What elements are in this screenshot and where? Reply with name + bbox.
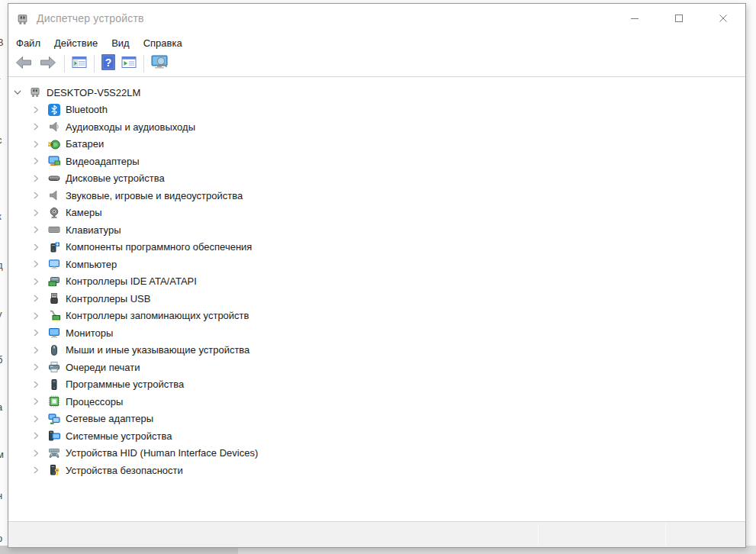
tree-item[interactable]: Аудиовходы и аудиовыходы [8,118,745,136]
tree-item[interactable]: Устройства HID (Human Interface Devices) [8,445,745,462]
chevron-right-icon[interactable] [31,277,40,286]
chevron-right-icon[interactable] [31,174,40,183]
chevron-right-icon[interactable] [31,362,40,372]
minimize-button[interactable] [613,4,657,34]
chevron-right-icon[interactable] [31,208,40,217]
minimize-icon [630,12,639,26]
print-queue-icon [48,361,60,373]
tree-item[interactable]: Контроллеры USB [8,290,745,308]
security-icon [48,464,60,476]
disk-drive-icon [48,172,60,185]
background-text-fragment: а [0,401,6,413]
tree-item[interactable]: Очереди печати [8,359,745,376]
chevron-right-icon[interactable] [31,414,40,424]
video-adapter-icon [48,155,60,167]
tree-item[interactable]: Мыши и иные указывающие устройства [8,342,745,359]
chevron-right-icon[interactable] [31,431,40,440]
toolbar-separator [94,55,95,72]
computer-monitor-icon [48,258,60,270]
chevron-down-icon[interactable] [13,88,22,97]
chevron-right-icon[interactable] [31,294,40,303]
tree-item[interactable]: Компьютер [8,256,745,273]
tree-item[interactable]: Устройства безопасности [8,462,745,479]
tree-item-label: Программные устройства [66,378,184,390]
chevron-right-icon[interactable] [31,397,40,406]
show-action-pane-button[interactable] [118,53,140,75]
tree-item-label: Мыши и иные указывающие устройства [66,344,249,356]
help-button[interactable]: ? [98,53,118,75]
software-device-icon [48,378,60,391]
ide-controller-icon [48,275,60,288]
software-component-icon [48,241,60,253]
tree-item[interactable]: Звуковые, игровые и видеоустройства [8,187,745,205]
tree-item-label: Камеры [66,207,102,218]
tree-item-label: Контроллеры USB [66,293,150,304]
chevron-right-icon[interactable] [31,156,40,166]
tree-item[interactable]: Процессоры [8,393,745,411]
tree-item[interactable]: Компоненты программного обеспечения [8,239,745,256]
menu-item-file[interactable]: Файл [9,36,47,50]
tree-item[interactable]: Дисковые устройства [8,170,745,188]
chevron-right-icon[interactable] [31,105,40,114]
chevron-right-icon[interactable] [31,328,40,337]
mouse-icon [48,344,60,356]
menu-item-view[interactable]: Вид [105,36,137,50]
tree-item[interactable]: Системные устройства [8,427,745,445]
device-tree: DESKTOP-V5S22LM Bluetooth Аудиовходы и а… [8,77,745,521]
title-bar: Диспетчер устройств [8,4,745,34]
back-button[interactable] [11,53,36,75]
chevron-right-icon[interactable] [31,311,40,320]
background-text-fragment: о [0,533,6,544]
usb-icon [48,292,60,304]
tree-item[interactable]: Программные устройства [8,376,745,394]
device-manager-icon [16,13,29,26]
tree-item-label: Видеоадаптеры [66,156,140,167]
chevron-right-icon[interactable] [31,259,40,269]
toolbar-separator [64,55,65,72]
arrow-right-icon [39,56,57,72]
maximize-button[interactable] [657,4,701,34]
tree-item[interactable]: Bluetooth [8,101,745,119]
tree-item[interactable]: Контроллеры IDE ATA/ATAPI [8,273,745,291]
tree-item-label: Аудиовходы и аудиовыходы [66,121,195,133]
scan-hardware-changes-button[interactable] [148,53,172,75]
chevron-right-icon[interactable] [31,191,40,200]
toolbar: ? [8,51,745,77]
tree-item-label: Компьютер [66,259,117,270]
tree-item-label: Дисковые устройства [66,172,165,184]
chevron-right-icon[interactable] [31,243,40,252]
tree-item-label: Клавиатуры [66,224,121,236]
tree-item[interactable]: Сетевые адаптеры [8,411,745,428]
menu-item-action[interactable]: Действие [47,36,105,50]
sound-icon [48,189,60,201]
tree-item-label: Контроллеры запоминающих устройств [66,310,249,321]
audio-icon [48,121,60,133]
computer-icon [29,86,41,98]
forward-button[interactable] [36,53,60,75]
maximize-icon [674,12,684,26]
chevron-right-icon[interactable] [31,225,40,234]
tree-item[interactable]: Камеры [8,205,745,222]
chevron-right-icon[interactable] [31,122,40,131]
status-bar-separator [665,523,666,546]
menu-item-help[interactable]: Справка [137,36,189,50]
tree-item[interactable]: Видеоадаптеры [8,153,745,170]
tree-item[interactable]: Контроллеры запоминающих устройств [8,308,745,325]
tree-item[interactable]: Батареи [8,136,745,153]
arrow-left-icon [14,56,33,72]
close-button[interactable] [701,4,745,34]
chevron-right-icon[interactable] [31,465,40,475]
chevron-right-icon[interactable] [31,140,40,149]
background-text-fragment: В [0,37,6,48]
chevron-right-icon[interactable] [31,346,40,355]
chevron-right-icon[interactable] [31,449,40,458]
close-icon [719,12,728,26]
show-console-tree-button[interactable] [69,53,90,75]
chevron-right-icon[interactable] [31,380,40,389]
tree-item[interactable]: Мониторы [8,324,745,342]
background-text-fragment: у [0,308,6,320]
action-pane-icon [121,56,137,72]
tree-item[interactable]: Клавиатуры [8,221,745,239]
tree-item-label: Процессоры [66,396,123,407]
tree-root-item[interactable]: DESKTOP-V5S22LM [8,84,745,101]
